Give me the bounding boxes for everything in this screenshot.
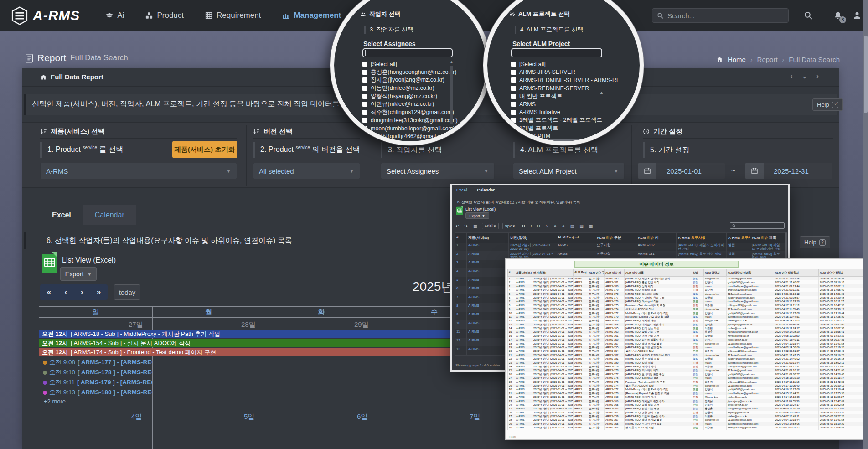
issue-table-row[interactable]: 34A-RMS2025년 1분기 (2025-01-01 ~ 2025-03-3… (507, 403, 864, 407)
assignee-filter-input[interactable] (362, 48, 453, 57)
format-button[interactable]: I (530, 224, 533, 228)
font-family-select[interactable]: Arial ▾ (482, 223, 499, 229)
tab-calendar[interactable]: Calendar (83, 205, 136, 225)
calendar-bar-event[interactable]: 오전 12시[ ARMS-18 - Sub ] - MiddleProxy - … (39, 330, 507, 338)
assignee-option[interactable]: [Select all] (362, 60, 454, 68)
nav-item-ai[interactable]: Ai (105, 11, 124, 20)
issue-table-row[interactable]: 20A-RMS2025년 1분기 (2025-01-01 ~ 2025-03-3… (507, 349, 864, 353)
table-row[interactable]: 1A-RMS2025년 2분기 (2025-04-01 ~ 2025-06-30… (455, 243, 785, 251)
alm-dropdown-label[interactable]: Select ALM Project (512, 40, 570, 47)
alm-project-option[interactable]: ARMS-REDMINE-SERVER (511, 84, 601, 93)
issue-table-row[interactable]: 23A-RMS2025년 2분기 (2025-04-01 ~ 2025-06-3… (507, 361, 864, 365)
align-icon[interactable]: ▥ (579, 224, 584, 228)
alm-filter-input[interactable] (511, 48, 602, 57)
issue-table-row[interactable]: 15A-RMS2025년 2분기 (2025-04-01 ~ 2025-06-3… (507, 330, 864, 334)
help-button[interactable]: Help? (812, 98, 843, 111)
assignee-option[interactable]: dongmin lee(313cokr@gmail.com) (362, 116, 454, 124)
calendar-dot-event[interactable]: 오전 9:13 [ ARMS-180 ] - [ARMS-REQ] 상패 제 (43, 388, 152, 397)
font-size-select[interactable]: 9px ▾ (502, 223, 518, 229)
assignee-option[interactable]: moon(dumbbelloper@gmail.com) (362, 124, 454, 133)
issue-table-row[interactable]: 32A-RMS2025년 1분기 (2025-01-01 ~ 2025-03-3… (507, 395, 864, 399)
checkbox-icon[interactable] (362, 102, 367, 107)
checkbox-icon[interactable] (362, 126, 367, 131)
issue-table-row[interactable]: 7A-RMS2025년 2분기 (2025-04-01 ~ 2025-06-30… (507, 299, 864, 303)
format-button[interactable]: B (521, 224, 526, 228)
user-profile-icon[interactable] (852, 11, 862, 20)
popup-tab-excel[interactable]: Excel (456, 188, 467, 192)
checkbox-icon[interactable] (511, 110, 516, 115)
issue-table-row[interactable]: 37A-RMS2025년 2분기 (2025-04-01 ~ 2025-06-3… (507, 414, 864, 418)
issue-table-row[interactable]: 28A-RMS2025년 1분기 (2025-01-01 ~ 2025-03-3… (507, 380, 864, 384)
issue-table-row[interactable]: 11A-RMS2025년 2분기 (2025-04-01 ~ 2025-06-3… (507, 315, 864, 319)
version-select[interactable]: All selected▼ (253, 163, 360, 179)
checkbox-icon[interactable] (511, 86, 516, 91)
issue-table-row[interactable]: 29A-RMS2025년 2분기 (2025-04-01 ~ 2025-06-3… (507, 384, 864, 387)
assignee-option[interactable]: 이민규(mklee@mz.co.kr) (362, 100, 454, 108)
calendar-dot-event[interactable]: 오전 9:11 [ ARMS-179 ] - [ARMS-REQ] 캐릭터 (43, 378, 152, 387)
issue-table-row[interactable]: 10A-RMS2025년 1분기 (2025-01-01 ~ 2025-03-3… (507, 311, 864, 315)
issue-table-row[interactable]: 25A-RMS2025년 2분기 (2025-04-01 ~ 2025-06-3… (507, 368, 864, 372)
issue-table-row[interactable]: 22A-RMS2025년 1분기 (2025-01-01 ~ 2025-03-3… (507, 357, 864, 361)
calendar-bar-event[interactable]: 오전 12시[ ARMS-154 - Sub ] - 설치 문서 ADOC에 작… (39, 339, 507, 347)
checkbox-icon[interactable] (362, 77, 367, 83)
checkbox-icon[interactable] (511, 94, 516, 99)
calendar-dot-event[interactable]: 오전 9:08 [ ARMS-177 ] - [ARMS-REQ] 모니터 (43, 358, 152, 366)
format-button[interactable]: A (553, 224, 558, 228)
checkbox-icon[interactable] (362, 118, 367, 123)
issue-table-row[interactable]: 9A-RMS2025년 2분기 (2025-04-01 ~ 2025-06-30… (507, 307, 864, 311)
alm-project-option[interactable]: 1레벨 프로젝트 (511, 124, 601, 133)
next-year-button[interactable]: » (97, 288, 101, 297)
alm-project-option[interactable]: 내 칸반 프로젝트 (511, 92, 601, 100)
issue-table-row[interactable]: 27A-RMS2025년 2분기 (2025-04-01 ~ 2025-06-3… (507, 376, 864, 380)
format-button[interactable]: U (536, 224, 541, 228)
issue-table-row[interactable]: 35A-RMS2025년 2분기 (2025-04-01 ~ 2025-06-3… (507, 407, 864, 410)
format-button[interactable]: S (545, 224, 549, 228)
checkbox-icon[interactable] (511, 102, 516, 107)
issue-table-row[interactable]: 2A-RMS2025년 1분기 (2025-01-01 ~ 2025-03-31… (507, 280, 864, 284)
product-reset-button[interactable]: 제품(서비스) 초기화 (172, 141, 237, 158)
issue-table-row[interactable]: 19A-RMS2025년 2분기 (2025-04-01 ~ 2025-06-3… (507, 346, 864, 349)
issue-table-row[interactable]: 8A-RMS2025년 1분기 (2025-01-01 ~ 2025-03-31… (507, 304, 864, 307)
app-logo[interactable]: A-RMS (11, 6, 80, 25)
popup-table-search[interactable] (730, 222, 785, 229)
issue-table-row[interactable]: 24A-RMS2025년 1분기 (2025-01-01 ~ 2025-03-3… (507, 365, 864, 368)
export-button[interactable]: Export▼ (60, 267, 97, 281)
breadcrumb-home[interactable]: Home (728, 56, 746, 63)
nav-item-management[interactable]: Management (282, 11, 341, 20)
search-button-icon[interactable] (804, 11, 813, 20)
scrollbar-thumb[interactable] (864, 36, 868, 113)
popup-tab-calendar[interactable]: Calendar (477, 188, 495, 192)
issue-table-row[interactable]: 18A-RMS2025년 1분기 (2025-01-01 ~ 2025-03-3… (507, 342, 864, 346)
issue-table-row[interactable]: 26A-RMS2025년 1분기 (2025-01-01 ~ 2025-03-3… (507, 372, 864, 376)
assignee-dropdown-label[interactable]: Select Assignees (363, 40, 416, 47)
undo-icon[interactable]: ↶ (455, 224, 460, 228)
alm-project-option[interactable]: [Select all] (511, 60, 601, 68)
issue-table-row[interactable]: 6A-RMS2025년 1분기 (2025-01-01 ~ 2025-03-31… (507, 296, 864, 299)
scroll-up-icon[interactable]: ▲ (450, 60, 454, 64)
more-events-link[interactable]: +2 more (44, 398, 66, 405)
issue-table-row[interactable]: 21A-RMS2025년 2분기 (2025-04-01 ~ 2025-06-3… (507, 353, 864, 357)
format-button[interactable]: A (561, 224, 566, 228)
checkbox-icon[interactable] (362, 110, 367, 115)
redo-icon[interactable]: ↷ (464, 224, 469, 228)
panel-collapse-icon[interactable]: ⌄ (801, 72, 807, 80)
assignee-option[interactable]: 이동민(dmlee@mz.co.kr) (362, 84, 454, 93)
alm-project-option[interactable]: A-RMS Initiative (511, 108, 601, 117)
nav-item-requirement[interactable]: Requirement (205, 11, 261, 20)
checkbox-icon[interactable] (511, 77, 516, 83)
popup-export-button[interactable]: Export▼ (465, 212, 489, 219)
assignee-option[interactable]: 최수현(chltngus129@gmail.com) (362, 108, 454, 117)
issue-table-row[interactable]: 13A-RMS2025년 2분기 (2025-04-01 ~ 2025-06-3… (507, 323, 864, 326)
issue-table-row[interactable]: 1A-RMS2025년 2분기 (2025-04-01 ~ 2025-06-30… (507, 277, 864, 280)
issue-table-row[interactable]: 40A-RMS2025년 1분기 (2025-01-01 ~ 2025-03-3… (507, 426, 864, 429)
align-icon[interactable]: ▤ (569, 224, 575, 228)
alm-project-option[interactable]: ARMS (511, 100, 601, 108)
calendar-bar-event[interactable]: 오전 12시[ ARMS-174 - Sub ] - Frontend - Te… (39, 348, 507, 356)
checkbox-icon[interactable] (362, 94, 367, 99)
issue-table-row[interactable]: 5A-RMS2025년 2분기 (2025-04-01 ~ 2025-06-30… (507, 292, 864, 296)
issue-table-row[interactable]: 12A-RMS2025년 1분기 (2025-01-01 ~ 2025-03-3… (507, 319, 864, 322)
alm-project-select[interactable]: Select ALM Project▼ (513, 163, 625, 179)
issue-table-row[interactable]: 30A-RMS2025년 1분기 (2025-01-01 ~ 2025-03-3… (507, 387, 864, 391)
issue-table-row[interactable]: 31A-RMS2025년 2분기 (2025-04-01 ~ 2025-06-3… (507, 392, 864, 395)
checkbox-icon[interactable] (511, 70, 516, 75)
